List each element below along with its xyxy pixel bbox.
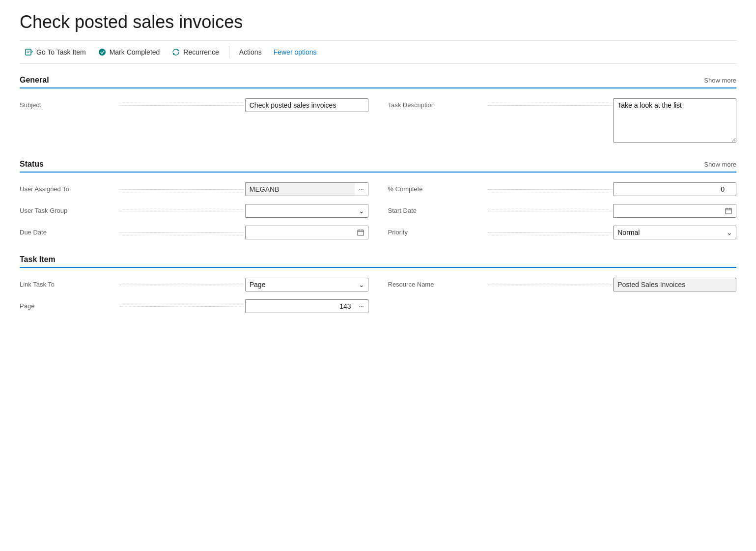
user-assigned-to-field: ··· [245, 182, 368, 196]
status-section-header: Status Show more [20, 160, 736, 173]
priority-leaders [488, 232, 612, 233]
link-task-to-field: Page Report Codeunit ⌄ [245, 278, 368, 291]
start-date-input[interactable] [613, 204, 721, 218]
svg-rect-2 [726, 208, 731, 214]
toolbar: Go To Task Item Mark Completed Recur [20, 40, 736, 64]
general-section-title: General [20, 76, 49, 85]
link-task-to-select[interactable]: Page Report Codeunit [245, 278, 368, 291]
general-section-header: General Show more [20, 76, 736, 88]
go-to-task-item-icon [25, 48, 33, 57]
page-input[interactable] [245, 299, 355, 313]
mark-completed-button[interactable]: Mark Completed [93, 45, 165, 59]
go-to-task-item-label: Go To Task Item [36, 48, 86, 56]
subject-field [245, 98, 368, 112]
resource-name-input [613, 278, 736, 291]
fewer-options-button[interactable]: Fewer options [269, 45, 322, 59]
page-field: ··· [245, 299, 368, 313]
user-assigned-to-label: User Assigned To [20, 182, 118, 193]
percent-complete-field [613, 182, 736, 196]
calendar-icon [725, 207, 732, 214]
user-task-group-label: User Task Group [20, 204, 118, 214]
resource-name-row: Resource Name [388, 278, 737, 291]
task-description-field: Take a look at the list [613, 98, 736, 144]
mark-completed-label: Mark Completed [110, 48, 160, 56]
task-item-section: Task Item Link Task To Page Report Codeu… [20, 255, 736, 313]
mark-completed-icon [98, 48, 107, 57]
resource-name-field [613, 278, 736, 291]
general-section: General Show more Subject Task Descripti… [20, 76, 736, 144]
percent-complete-label: % Complete [388, 182, 486, 193]
task-description-textarea[interactable]: Take a look at the list [613, 98, 736, 143]
status-form-grid: User Assigned To ··· % Complete [20, 182, 736, 239]
subject-leaders [120, 105, 243, 106]
priority-row: Priority Low Normal High ⌄ [388, 226, 737, 239]
priority-field: Low Normal High ⌄ [613, 226, 736, 239]
link-task-to-label: Link Task To [20, 278, 118, 288]
user-assigned-to-input[interactable] [245, 182, 355, 196]
task-item-section-title: Task Item [20, 255, 56, 264]
recurrence-button[interactable]: Recurrence [167, 45, 224, 59]
start-date-row: Start Date [388, 204, 737, 218]
user-task-group-leaders [120, 211, 243, 211]
user-task-group-field: ⌄ [245, 204, 368, 218]
user-assigned-to-ellipsis-button[interactable]: ··· [355, 182, 368, 196]
actions-label: Actions [239, 48, 262, 56]
general-show-more-button[interactable]: Show more [704, 77, 736, 84]
priority-select[interactable]: Low Normal High [613, 226, 736, 239]
due-date-field [245, 226, 368, 239]
link-task-to-leaders [120, 285, 243, 285]
actions-button[interactable]: Actions [234, 45, 267, 59]
percent-complete-row: % Complete [388, 182, 737, 196]
go-to-task-item-button[interactable]: Go To Task Item [20, 45, 91, 59]
status-section: Status Show more User Assigned To ··· % … [20, 160, 736, 239]
priority-label: Priority [388, 226, 486, 236]
task-item-form-grid: Link Task To Page Report Codeunit ⌄ Reso… [20, 278, 736, 313]
page-title: Check posted sales invoices [20, 12, 736, 32]
fewer-options-label: Fewer options [274, 48, 317, 56]
task-item-section-header: Task Item [20, 255, 736, 268]
user-assigned-leaders [120, 189, 243, 190]
start-date-leaders [488, 211, 612, 211]
svg-rect-3 [358, 230, 364, 235]
due-date-row: Due Date [20, 226, 368, 239]
page-leaders [120, 306, 243, 307]
task-description-label: Task Description [388, 98, 486, 109]
recurrence-icon [171, 48, 180, 57]
subject-input[interactable] [245, 98, 368, 112]
toolbar-separator [229, 46, 229, 58]
user-task-group-select[interactable] [245, 204, 368, 218]
due-date-calendar-button[interactable] [353, 226, 368, 239]
link-task-to-row: Link Task To Page Report Codeunit ⌄ [20, 278, 368, 291]
user-assigned-to-row: User Assigned To ··· [20, 182, 368, 196]
page-ellipsis-button[interactable]: ··· [355, 299, 368, 313]
status-section-title: Status [20, 160, 44, 169]
page-label: Page [20, 299, 118, 310]
due-date-calendar-icon [357, 229, 364, 236]
start-date-calendar-button[interactable] [721, 204, 736, 218]
general-form-grid: Subject Task Description Take a look at … [20, 98, 736, 144]
start-date-field [613, 204, 736, 218]
task-description-row: Task Description Take a look at the list [388, 98, 737, 144]
subject-label: Subject [20, 98, 118, 109]
percent-complete-input[interactable] [613, 182, 736, 196]
task-description-leaders [488, 105, 612, 106]
resource-name-label: Resource Name [388, 278, 486, 288]
svg-point-1 [99, 49, 106, 56]
status-show-more-button[interactable]: Show more [704, 161, 736, 168]
percent-complete-leaders [488, 189, 612, 190]
due-date-label: Due Date [20, 226, 118, 236]
subject-row: Subject [20, 98, 368, 144]
resource-name-leaders [488, 285, 612, 285]
due-date-leaders [120, 232, 243, 233]
page-row: Page ··· [20, 299, 368, 313]
recurrence-label: Recurrence [183, 48, 219, 56]
start-date-label: Start Date [388, 204, 486, 214]
svg-rect-0 [26, 49, 31, 55]
user-task-group-row: User Task Group ⌄ [20, 204, 368, 218]
due-date-input[interactable] [245, 226, 353, 239]
